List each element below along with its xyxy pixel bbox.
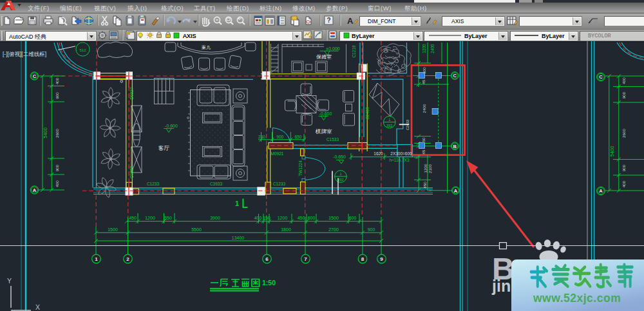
svg-text:900: 900	[276, 135, 283, 139]
svg-text:392: 392	[337, 178, 343, 182]
svg-text:A: A	[347, 16, 354, 26]
svg-text:400: 400	[621, 180, 626, 187]
svg-text:600: 600	[349, 216, 357, 220]
svg-text:2600: 2600	[55, 129, 59, 138]
svg-text:?: ?	[327, 17, 331, 24]
svg-text:50: 50	[421, 137, 426, 142]
svg-text:AXIS: AXIS	[183, 33, 196, 39]
svg-text:300: 300	[422, 67, 426, 74]
svg-text:2400: 2400	[430, 44, 435, 53]
svg-text:450: 450	[298, 216, 305, 220]
svg-text:6: 6	[265, 256, 269, 262]
svg-text:1500: 1500	[108, 227, 118, 232]
svg-text:5400: 5400	[609, 146, 615, 157]
svg-text:900: 900	[621, 91, 626, 99]
svg-text:2700: 2700	[328, 227, 339, 232]
svg-text:-0.600: -0.600	[165, 124, 178, 128]
svg-text:45: 45	[421, 149, 426, 154]
svg-text:±0.000: ±0.000	[326, 46, 339, 51]
svg-text:1200: 1200	[423, 164, 428, 173]
svg-text:h=116.7X3: h=116.7X3	[389, 158, 410, 162]
svg-text:TW1224: TW1224	[298, 160, 303, 176]
svg-text:900: 900	[368, 227, 375, 232]
svg-text:400: 400	[621, 77, 626, 84]
svg-text:600: 600	[308, 216, 316, 220]
svg-text:B: B	[453, 144, 457, 149]
svg-text:900: 900	[55, 92, 59, 99]
svg-text:512: 512	[79, 48, 86, 52]
svg-text:C: C	[599, 74, 603, 80]
svg-text:棋牌室: 棋牌室	[315, 128, 332, 135]
svg-text:900: 900	[621, 164, 626, 171]
svg-text:3900: 3900	[210, 216, 220, 220]
svg-text:400: 400	[55, 77, 59, 84]
svg-text:13400: 13400	[232, 236, 245, 240]
svg-text:45: 45	[421, 80, 426, 84]
svg-text:392: 392	[386, 124, 392, 127]
svg-text:案几: 案几	[202, 44, 211, 50]
svg-text:C: C	[453, 73, 457, 79]
svg-text:A: A	[599, 188, 603, 194]
svg-text:D0927: D0927	[129, 87, 134, 100]
svg-text:C0927: C0927	[129, 166, 134, 179]
svg-text:M0921: M0921	[271, 151, 284, 156]
svg-text:2400: 2400	[422, 104, 426, 113]
svg-text:2100: 2100	[428, 164, 432, 173]
svg-text:A: A	[454, 188, 458, 194]
svg-text:1200: 1200	[145, 216, 155, 220]
svg-text:C1233: C1233	[147, 182, 160, 186]
svg-text:C1233: C1233	[273, 182, 286, 186]
svg-text:150: 150	[263, 216, 270, 220]
svg-text:C2433: C2433	[365, 107, 370, 120]
svg-text:9: 9	[380, 256, 383, 262]
svg-text:1: 1	[388, 118, 390, 122]
svg-text:2600: 2600	[621, 129, 626, 138]
svg-text:900: 900	[55, 164, 59, 171]
svg-text:650: 650	[295, 135, 302, 139]
svg-text:1800: 1800	[281, 227, 291, 232]
svg-text:450: 450	[129, 216, 137, 220]
svg-text:8: 8	[361, 256, 365, 262]
svg-text:2X300=600: 2X300=600	[390, 151, 412, 156]
svg-text:C3933: C3933	[210, 182, 223, 186]
svg-text:550: 550	[164, 216, 172, 220]
svg-text:1: 1	[339, 172, 341, 176]
svg-text:1200: 1200	[278, 216, 288, 220]
svg-text:C1533: C1533	[327, 137, 339, 142]
svg-text:客厅: 客厅	[158, 145, 170, 151]
svg-text:[-][俯视][二维线框]: [-][俯视][二维线框]	[3, 51, 46, 57]
svg-text:C: C	[33, 73, 37, 79]
svg-text:400: 400	[55, 180, 59, 187]
svg-text:1:50: 1:50	[262, 279, 276, 287]
svg-text:X: X	[35, 303, 40, 311]
svg-text:7: 7	[304, 256, 307, 262]
svg-text:1: 1	[95, 256, 98, 262]
svg-text:1500: 1500	[328, 216, 339, 220]
svg-text:C1218: C1218	[352, 45, 356, 58]
svg-text:-0.600: -0.600	[319, 111, 332, 116]
svg-text:保姆室: 保姆室	[316, 54, 332, 60]
svg-text:1620: 1620	[374, 151, 383, 156]
svg-text:450: 450	[422, 182, 427, 189]
svg-text:240: 240	[258, 135, 265, 139]
svg-text:A: A	[33, 187, 37, 193]
svg-text:1: 1	[235, 200, 239, 207]
svg-text:5400: 5400	[43, 127, 48, 138]
svg-text:5500: 5500	[191, 227, 202, 232]
svg-text:400: 400	[254, 216, 262, 220]
svg-text:1200: 1200	[422, 44, 426, 53]
svg-text:2: 2	[126, 256, 129, 262]
svg-text:-0.650: -0.650	[333, 155, 346, 159]
svg-text:Y: Y	[7, 277, 12, 285]
